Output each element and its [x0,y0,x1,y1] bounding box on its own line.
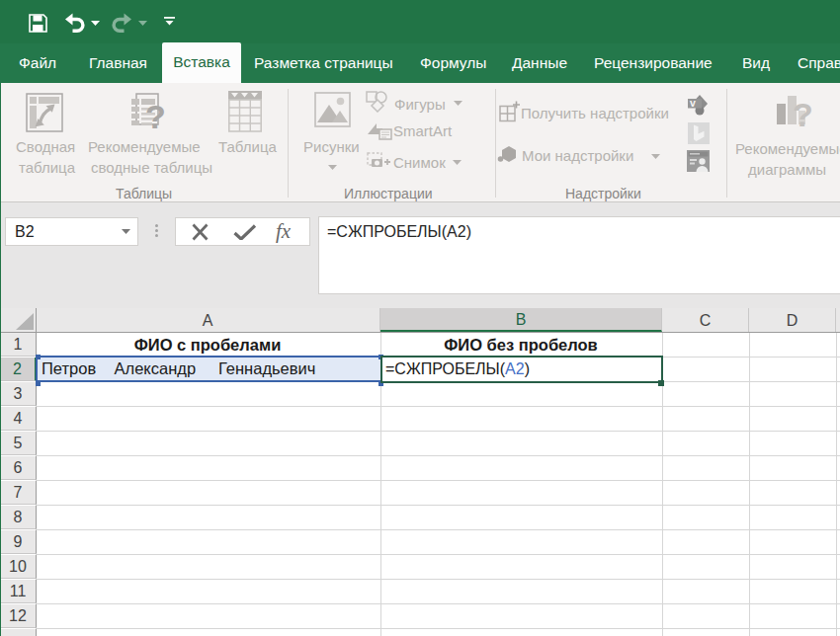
svg-text:?: ? [145,98,165,134]
svg-text:v: v [690,97,696,109]
svg-text:?: ? [793,96,813,131]
